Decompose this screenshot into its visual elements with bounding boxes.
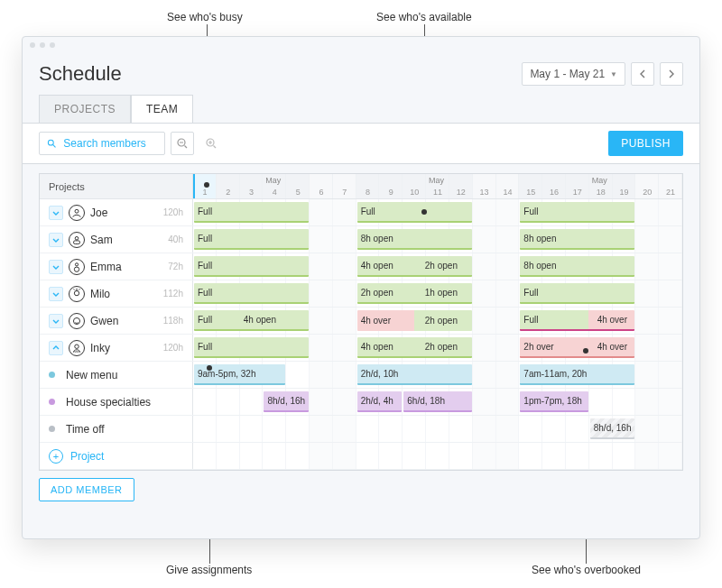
- expand-toggle[interactable]: [49, 260, 63, 274]
- member-hours: 40h: [168, 234, 183, 244]
- schedule-bar[interactable]: 2h over4h over: [520, 337, 634, 358]
- schedule-bar[interactable]: Full: [520, 283, 634, 304]
- bar-label: 4h over: [357, 316, 391, 326]
- schedule-bar[interactable]: 8h open: [357, 229, 472, 250]
- publish-button[interactable]: PUBLISH: [608, 131, 683, 156]
- bar-label: Full: [194, 207, 212, 216]
- zoom-in-button[interactable]: [199, 132, 223, 155]
- search-input[interactable]: [61, 136, 157, 151]
- add-project-button[interactable]: +Project: [49, 449, 104, 464]
- schedule-bar[interactable]: 6h/d, 18h: [403, 391, 471, 412]
- bar-label: 2h over: [520, 342, 553, 352]
- bar-label: 1h open: [421, 288, 458, 298]
- schedule-bar[interactable]: 4h open2h open: [357, 256, 472, 277]
- bar-label: Full: [194, 315, 212, 325]
- bar-label: Full: [194, 288, 212, 298]
- avatar-icon: [69, 313, 85, 329]
- schedule-bar[interactable]: Full: [194, 229, 309, 250]
- project-color-dot: [49, 426, 55, 432]
- expand-toggle[interactable]: [49, 206, 63, 220]
- schedule-bar[interactable]: Full4h over: [520, 310, 634, 331]
- date-range-picker[interactable]: May 1 - May 21 ▼: [522, 62, 625, 86]
- bar-label: 6h/d, 18h: [403, 396, 445, 406]
- avatar-icon: [69, 232, 85, 248]
- bar-label: Full: [520, 207, 538, 216]
- project-color-dot: [49, 372, 55, 378]
- prev-button[interactable]: [631, 62, 654, 86]
- schedule-bar[interactable]: 1pm-7pm, 18h: [520, 391, 588, 412]
- search-icon: [47, 138, 56, 149]
- schedule-bar[interactable]: 8h/d, 16h: [590, 418, 635, 439]
- expand-toggle[interactable]: [49, 287, 63, 301]
- schedule-bar[interactable]: 2h/d, 10h: [357, 364, 472, 385]
- schedule-bar[interactable]: Full: [194, 256, 309, 277]
- bar-label: 9am-5pm, 32h: [194, 369, 255, 379]
- schedule-bar[interactable]: Full: [194, 283, 309, 304]
- member-hours: 118h: [163, 316, 183, 326]
- svg-point-12: [75, 262, 78, 265]
- project-name: House specialties: [66, 396, 151, 409]
- schedule-bar[interactable]: Full4h open: [194, 310, 309, 331]
- bar-label: 2h open: [357, 288, 393, 298]
- schedule-bar[interactable]: Full: [357, 202, 472, 223]
- svg-point-13: [74, 267, 79, 271]
- member-hours: 72h: [168, 262, 183, 271]
- next-button[interactable]: [660, 62, 683, 86]
- tab-projects[interactable]: PROJECTS: [39, 95, 131, 123]
- bar-label: 8h open: [520, 261, 556, 271]
- member-name: Emma: [90, 261, 122, 273]
- bar-label: Full: [520, 315, 538, 325]
- expand-toggle[interactable]: [49, 341, 63, 355]
- schedule-bar[interactable]: 8h open: [520, 256, 634, 277]
- bar-label: 2h open: [421, 342, 458, 352]
- tab-team[interactable]: TEAM: [131, 95, 193, 123]
- bar-label: 8h/d, 16h: [590, 423, 632, 433]
- grid-header: Projects 1234567891011121314151617181920…: [40, 174, 682, 199]
- project-row: New menu9am-5pm, 32h2h/d, 10h7am-11am, 2…: [40, 362, 682, 389]
- schedule-bar[interactable]: 7am-11am, 20h: [520, 364, 634, 385]
- bar-label: Full: [194, 342, 212, 352]
- schedule-bar[interactable]: 4h over2h open: [357, 310, 472, 331]
- plus-icon: +: [49, 449, 63, 464]
- schedule-bar[interactable]: Full: [520, 202, 634, 223]
- bar-label: 2h open: [421, 316, 458, 326]
- window-titlebar: [23, 37, 699, 53]
- member-name: Gwen: [90, 315, 118, 327]
- schedule-bar[interactable]: 8h/d, 16h: [264, 391, 309, 412]
- bar-label: 2h/d, 10h: [357, 369, 399, 379]
- schedule-bar[interactable]: Full: [194, 202, 309, 223]
- bar-label: 1pm-7pm, 18h: [520, 396, 581, 406]
- member-name: Inky: [90, 342, 110, 354]
- bar-label: 7am-11am, 20h: [520, 369, 587, 379]
- bar-label: Full: [357, 207, 375, 216]
- schedule-bar[interactable]: 2h open1h open: [357, 283, 472, 304]
- member-name: Joe: [90, 207, 107, 219]
- member-row: Gwen118hFull4h open4h over2h openFull4h …: [40, 308, 682, 335]
- member-row: Sam40hFull8h open8h open: [40, 226, 682, 253]
- svg-point-14: [74, 290, 79, 295]
- schedule-bar[interactable]: 4h open2h open: [357, 337, 472, 358]
- expand-toggle[interactable]: [49, 233, 63, 247]
- schedule-bar[interactable]: Full: [194, 337, 309, 358]
- bar-label: Full: [520, 288, 538, 298]
- svg-point-0: [48, 140, 53, 145]
- expand-toggle[interactable]: [49, 314, 63, 328]
- annotation-busy: See who's busy: [167, 11, 243, 23]
- project-row: Time off8h/d, 16h: [40, 416, 682, 443]
- schedule-bar[interactable]: 2h/d, 4h: [357, 391, 403, 412]
- svg-rect-11: [73, 240, 79, 243]
- svg-point-9: [75, 209, 79, 213]
- schedule-bar[interactable]: 8h open: [520, 229, 634, 250]
- project-row: House specialties8h/d, 16h2h/d, 4h6h/d, …: [40, 389, 682, 416]
- bar-label: Full: [194, 234, 212, 243]
- avatar-icon: [69, 259, 85, 275]
- zoom-out-button[interactable]: [171, 132, 194, 155]
- name-col-header: Projects: [40, 174, 193, 198]
- svg-line-1: [53, 145, 56, 148]
- bar-label: Full: [194, 261, 212, 271]
- search-box[interactable]: [39, 132, 165, 155]
- bar-label: 4h over: [594, 342, 627, 352]
- member-name: Milo: [90, 288, 110, 300]
- add-member-button[interactable]: ADD MEMBER: [39, 478, 134, 501]
- annotation-available: See who's available: [376, 11, 472, 23]
